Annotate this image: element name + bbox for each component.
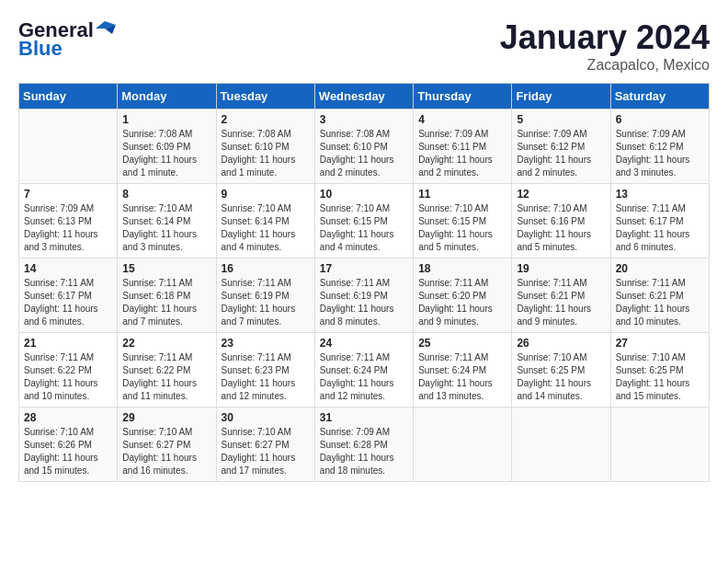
- column-header-saturday: Saturday: [610, 84, 709, 109]
- logo: General Blue: [18, 18, 116, 61]
- calendar-cell: 2Sunrise: 7:08 AM Sunset: 6:10 PM Daylig…: [216, 109, 314, 184]
- calendar-week-row: 21Sunrise: 7:11 AM Sunset: 6:22 PM Dayli…: [19, 333, 710, 408]
- day-number: 13: [616, 188, 704, 201]
- day-info: Sunrise: 7:09 AM Sunset: 6:12 PM Dayligh…: [517, 128, 605, 179]
- calendar-cell: 27Sunrise: 7:10 AM Sunset: 6:25 PM Dayli…: [610, 333, 709, 408]
- calendar-cell: 28Sunrise: 7:10 AM Sunset: 6:26 PM Dayli…: [19, 408, 118, 482]
- calendar-week-row: 7Sunrise: 7:09 AM Sunset: 6:13 PM Daylig…: [19, 184, 710, 259]
- day-number: 5: [517, 113, 605, 126]
- calendar-cell: 20Sunrise: 7:11 AM Sunset: 6:21 PM Dayli…: [610, 259, 709, 333]
- calendar-cell: 12Sunrise: 7:10 AM Sunset: 6:16 PM Dayli…: [512, 184, 610, 259]
- day-info: Sunrise: 7:11 AM Sunset: 6:21 PM Dayligh…: [616, 277, 704, 328]
- day-info: Sunrise: 7:11 AM Sunset: 6:18 PM Dayligh…: [122, 277, 210, 328]
- day-info: Sunrise: 7:10 AM Sunset: 6:25 PM Dayligh…: [517, 351, 605, 403]
- calendar-week-row: 1Sunrise: 7:08 AM Sunset: 6:09 PM Daylig…: [19, 109, 710, 184]
- calendar-cell: 11Sunrise: 7:10 AM Sunset: 6:15 PM Dayli…: [414, 184, 512, 259]
- day-number: 20: [616, 262, 704, 275]
- day-number: 3: [320, 113, 408, 126]
- logo-bird-icon: [96, 21, 116, 36]
- day-number: 7: [24, 188, 112, 201]
- calendar-cell: [19, 109, 118, 184]
- day-info: Sunrise: 7:11 AM Sunset: 6:23 PM Dayligh…: [222, 351, 310, 403]
- calendar-cell: 22Sunrise: 7:11 AM Sunset: 6:22 PM Dayli…: [118, 333, 216, 408]
- column-header-tuesday: Tuesday: [216, 84, 314, 109]
- day-info: Sunrise: 7:10 AM Sunset: 6:26 PM Dayligh…: [24, 426, 112, 477]
- month-title: January 2024: [500, 18, 710, 57]
- calendar-cell: 18Sunrise: 7:11 AM Sunset: 6:20 PM Dayli…: [414, 259, 512, 333]
- calendar-cell: 25Sunrise: 7:11 AM Sunset: 6:24 PM Dayli…: [414, 333, 512, 408]
- day-number: 27: [616, 337, 704, 350]
- day-info: Sunrise: 7:09 AM Sunset: 6:12 PM Dayligh…: [616, 128, 704, 179]
- day-info: Sunrise: 7:10 AM Sunset: 6:14 PM Dayligh…: [122, 202, 210, 254]
- day-number: 1: [122, 113, 210, 126]
- calendar-cell: 21Sunrise: 7:11 AM Sunset: 6:22 PM Dayli…: [19, 333, 118, 408]
- calendar-cell: 4Sunrise: 7:09 AM Sunset: 6:11 PM Daylig…: [414, 109, 512, 184]
- day-info: Sunrise: 7:10 AM Sunset: 6:27 PM Dayligh…: [222, 426, 310, 477]
- calendar-body: 1Sunrise: 7:08 AM Sunset: 6:09 PM Daylig…: [19, 109, 710, 482]
- calendar-cell: 1Sunrise: 7:08 AM Sunset: 6:09 PM Daylig…: [118, 109, 216, 184]
- calendar-cell: 19Sunrise: 7:11 AM Sunset: 6:21 PM Dayli…: [512, 259, 610, 333]
- day-info: Sunrise: 7:11 AM Sunset: 6:22 PM Dayligh…: [122, 351, 210, 403]
- day-number: 9: [222, 188, 310, 201]
- calendar-table: SundayMondayTuesdayWednesdayThursdayFrid…: [18, 83, 710, 482]
- calendar-cell: 29Sunrise: 7:10 AM Sunset: 6:27 PM Dayli…: [118, 408, 216, 482]
- column-header-sunday: Sunday: [19, 84, 118, 109]
- logo-blue-text: Blue: [18, 37, 63, 61]
- calendar-cell: 16Sunrise: 7:11 AM Sunset: 6:19 PM Dayli…: [216, 259, 314, 333]
- day-info: Sunrise: 7:08 AM Sunset: 6:10 PM Dayligh…: [222, 128, 310, 179]
- calendar-cell: 8Sunrise: 7:10 AM Sunset: 6:14 PM Daylig…: [118, 184, 216, 259]
- calendar-cell: 13Sunrise: 7:11 AM Sunset: 6:17 PM Dayli…: [610, 184, 709, 259]
- day-number: 2: [222, 113, 310, 126]
- column-header-wednesday: Wednesday: [314, 84, 413, 109]
- day-number: 25: [418, 337, 506, 350]
- day-number: 4: [418, 113, 506, 126]
- day-info: Sunrise: 7:10 AM Sunset: 6:25 PM Dayligh…: [616, 351, 704, 403]
- day-info: Sunrise: 7:10 AM Sunset: 6:15 PM Dayligh…: [320, 202, 408, 254]
- header-row: SundayMondayTuesdayWednesdayThursdayFrid…: [19, 84, 710, 109]
- day-info: Sunrise: 7:11 AM Sunset: 6:19 PM Dayligh…: [222, 277, 310, 328]
- day-number: 23: [222, 337, 310, 350]
- day-number: 14: [24, 262, 112, 275]
- day-info: Sunrise: 7:11 AM Sunset: 6:19 PM Dayligh…: [320, 277, 408, 328]
- day-number: 10: [320, 188, 408, 201]
- calendar-cell: 17Sunrise: 7:11 AM Sunset: 6:19 PM Dayli…: [314, 259, 413, 333]
- day-info: Sunrise: 7:10 AM Sunset: 6:14 PM Dayligh…: [222, 202, 310, 254]
- day-number: 16: [222, 262, 310, 275]
- day-info: Sunrise: 7:08 AM Sunset: 6:09 PM Dayligh…: [122, 128, 210, 179]
- day-number: 19: [517, 262, 605, 275]
- calendar-cell: 14Sunrise: 7:11 AM Sunset: 6:17 PM Dayli…: [19, 259, 118, 333]
- day-number: 22: [122, 337, 210, 350]
- day-info: Sunrise: 7:11 AM Sunset: 6:21 PM Dayligh…: [517, 277, 605, 328]
- day-info: Sunrise: 7:11 AM Sunset: 6:17 PM Dayligh…: [616, 202, 704, 254]
- calendar-week-row: 28Sunrise: 7:10 AM Sunset: 6:26 PM Dayli…: [19, 408, 710, 482]
- day-info: Sunrise: 7:10 AM Sunset: 6:15 PM Dayligh…: [418, 202, 506, 254]
- day-number: 29: [122, 411, 210, 424]
- day-number: 6: [616, 113, 704, 126]
- column-header-thursday: Thursday: [414, 84, 512, 109]
- day-info: Sunrise: 7:11 AM Sunset: 6:20 PM Dayligh…: [418, 277, 506, 328]
- day-info: Sunrise: 7:10 AM Sunset: 6:16 PM Dayligh…: [517, 202, 605, 254]
- calendar-title-block: January 2024 Zacapalco, Mexico: [500, 18, 710, 74]
- day-info: Sunrise: 7:11 AM Sunset: 6:24 PM Dayligh…: [418, 351, 506, 403]
- column-header-monday: Monday: [118, 84, 216, 109]
- calendar-cell: 5Sunrise: 7:09 AM Sunset: 6:12 PM Daylig…: [512, 109, 610, 184]
- calendar-cell: 3Sunrise: 7:08 AM Sunset: 6:10 PM Daylig…: [314, 109, 413, 184]
- calendar-cell: 6Sunrise: 7:09 AM Sunset: 6:12 PM Daylig…: [610, 109, 709, 184]
- day-info: Sunrise: 7:09 AM Sunset: 6:28 PM Dayligh…: [320, 426, 408, 477]
- day-info: Sunrise: 7:11 AM Sunset: 6:24 PM Dayligh…: [320, 351, 408, 403]
- calendar-cell: [610, 408, 709, 482]
- column-header-friday: Friday: [512, 84, 610, 109]
- day-number: 24: [320, 337, 408, 350]
- day-info: Sunrise: 7:08 AM Sunset: 6:10 PM Dayligh…: [320, 128, 408, 179]
- calendar-cell: 24Sunrise: 7:11 AM Sunset: 6:24 PM Dayli…: [314, 333, 413, 408]
- day-number: 17: [320, 262, 408, 275]
- day-number: 28: [24, 411, 112, 424]
- day-info: Sunrise: 7:10 AM Sunset: 6:27 PM Dayligh…: [122, 426, 210, 477]
- calendar-cell: 31Sunrise: 7:09 AM Sunset: 6:28 PM Dayli…: [314, 408, 413, 482]
- calendar-cell: [512, 408, 610, 482]
- day-info: Sunrise: 7:09 AM Sunset: 6:11 PM Dayligh…: [418, 128, 506, 179]
- day-number: 12: [517, 188, 605, 201]
- calendar-cell: [414, 408, 512, 482]
- calendar-week-row: 14Sunrise: 7:11 AM Sunset: 6:17 PM Dayli…: [19, 259, 710, 333]
- location-title: Zacapalco, Mexico: [500, 57, 710, 74]
